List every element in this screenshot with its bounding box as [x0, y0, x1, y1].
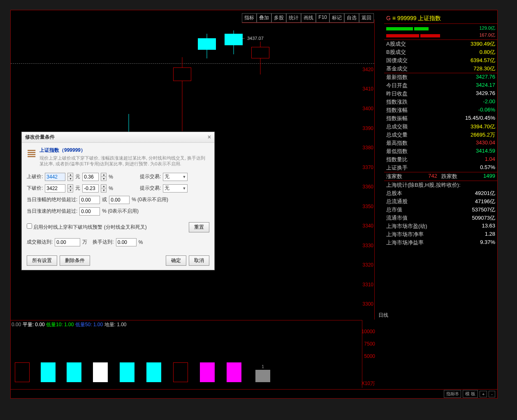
- vol-bar: [41, 362, 56, 382]
- fence-icon: 𝌆: [27, 147, 36, 160]
- spinner[interactable]: ▲▼: [67, 184, 73, 193]
- y-tick: 3340: [362, 223, 373, 229]
- hint-trade-label: 提示交易:: [140, 185, 161, 192]
- y-tick: 3330: [362, 243, 373, 248]
- unit-label: 万: [82, 239, 87, 246]
- turnover-input[interactable]: [116, 238, 137, 246]
- velocity-input[interactable]: [79, 207, 100, 216]
- upper-break-price-input[interactable]: [45, 173, 65, 181]
- volamt-input[interactable]: [55, 238, 80, 246]
- ok-button[interactable]: 确定: [166, 255, 186, 266]
- candle-4: [225, 30, 243, 54]
- velocity-label: 当日涨速的绝对值超过:: [27, 208, 77, 215]
- hint-trade-label: 提示交易:: [140, 173, 161, 180]
- dialog-subject: 上证指数（999999）: [39, 147, 209, 154]
- vol-tick: 7500: [364, 341, 375, 347]
- status-btn[interactable]: 模 板: [463, 390, 478, 398]
- y-tick: 3350: [362, 204, 373, 209]
- y-tick: 3390: [362, 125, 373, 131]
- quote-row: A股成交3390.49亿: [384, 40, 497, 48]
- amplitude2-input[interactable]: [109, 196, 130, 204]
- quote-row: 上海市场市盈(动)13.63: [384, 222, 497, 230]
- unit-label: 元: [75, 185, 80, 192]
- delete-condition-button[interactable]: 删除条件: [60, 255, 90, 266]
- quote-row: 指数涨幅-0.06%: [384, 106, 497, 114]
- candle-3: [198, 35, 216, 60]
- y-tick: 3410: [362, 86, 373, 92]
- note-label: % (0表示不启用): [102, 208, 139, 215]
- vol-tick: 5000: [364, 353, 375, 359]
- quote-row: 流通市值509073亿: [384, 214, 497, 222]
- candle-2: [173, 57, 191, 131]
- quote-row: 基金成交728.30亿: [384, 65, 497, 73]
- chevron-down-icon: ▼: [182, 186, 186, 190]
- quote-title: G ≡ 999999 上证指数: [384, 14, 497, 24]
- vol-bar: [227, 362, 241, 382]
- volamt-label: 成交额达到:: [27, 239, 53, 246]
- volume-chart[interactable]: 0.00 平量: 0.00 低量10: 1.00 低量50: 1.00 地量: …: [11, 320, 362, 388]
- quote-row: 上证换手0.57%: [384, 164, 497, 172]
- quote-row: 总成交量26695.2万: [384, 131, 497, 139]
- reset-button[interactable]: 重置: [189, 222, 209, 232]
- vol-unit: X10万: [362, 380, 375, 387]
- close-icon[interactable]: ×: [208, 134, 211, 141]
- upper-break-label: 上破价:: [27, 173, 43, 180]
- zoom-in-button[interactable]: +: [480, 391, 487, 397]
- vol-bar: [15, 362, 30, 382]
- pct-label: %: [139, 239, 143, 245]
- note-label: % (0表示不启用): [132, 196, 168, 203]
- quote-row: 总流通股47196亿: [384, 197, 497, 206]
- quote-row: 总成交额3394.70亿: [384, 123, 497, 131]
- quote-row: 指数涨跌-2.00: [384, 98, 497, 106]
- quote-panel: G ≡ 999999 上证指数 129.0亿 167.0亿 A股成交3390.4…: [384, 14, 497, 386]
- quote-row: 国债成交6394.57亿: [384, 56, 497, 65]
- y-tick: 3400: [362, 106, 373, 111]
- y-tick: 3320: [362, 262, 373, 268]
- or-label: 或: [102, 196, 107, 203]
- lower-break-pct-input[interactable]: [82, 184, 99, 193]
- vol-bar: [67, 362, 81, 382]
- zoom-out-button[interactable]: -: [489, 391, 495, 397]
- quote-row: 总市值537507亿: [384, 206, 497, 214]
- hint-trade-select[interactable]: 无▼: [163, 184, 188, 193]
- arrow-left-icon: ←: [241, 36, 246, 41]
- spinner[interactable]: ▲▼: [67, 173, 73, 181]
- dialog-titlebar[interactable]: 修改价量条件 ×: [22, 132, 214, 143]
- quote-row: 最低指数3414.59: [384, 147, 497, 155]
- stats-header: 上海统计(除B股,H股,按昨收价):: [384, 181, 497, 189]
- quote-row: 总股本49201亿: [384, 189, 497, 197]
- quote-row: 最新指数3427.76: [384, 73, 497, 81]
- spinner[interactable]: ▲▼: [101, 173, 107, 181]
- quote-row: 最高指数3430.04: [384, 139, 497, 147]
- ma-cross-label: 启用分时线上穿和下破均线预警 (分时线金叉和死叉): [33, 224, 146, 230]
- upper-break-pct-input[interactable]: [82, 173, 99, 181]
- spinner[interactable]: ▲▼: [101, 184, 107, 193]
- y-tick: 3310: [362, 282, 373, 288]
- chevron-down-icon: ▼: [182, 175, 186, 179]
- vol-bar: [120, 362, 134, 382]
- quote-row: 上海市场净益率9.37%: [384, 239, 497, 247]
- pct-label: %: [109, 174, 113, 180]
- vol-bar: [146, 362, 161, 382]
- amplitude1-input[interactable]: [79, 196, 100, 204]
- status-bar: 指标B 模 板 + -: [11, 389, 497, 398]
- y-tick: 3370: [362, 165, 373, 170]
- dialog-title: 修改价量条件: [25, 134, 55, 141]
- vol-bar: [93, 362, 108, 382]
- vol-bar: [200, 362, 215, 382]
- cancel-button[interactable]: 取消: [189, 255, 209, 266]
- dialog-desc: 现价上穿上破价或下穿下破价, 涨幅跌涨速超过某比率, 分时线和均线交叉, 换手达…: [39, 155, 209, 167]
- all-settings-button[interactable]: 所有设置: [27, 255, 57, 266]
- quote-row: 指数振幅15.45/0.45%: [384, 114, 497, 123]
- lower-break-label: 下破价:: [27, 185, 43, 192]
- quote-row: 昨日收盘3429.76: [384, 90, 497, 98]
- adv-decl-row: 涨家数 742 跌家数 1499: [384, 172, 497, 181]
- candle-5: [251, 46, 269, 74]
- status-btn[interactable]: 指标B: [444, 390, 461, 398]
- lower-break-price-input[interactable]: [45, 184, 65, 193]
- ma-cross-checkbox[interactable]: [27, 223, 32, 229]
- volume-legend: 0.00 平量: 0.00 低量10: 1.00 低量50: 1.00 地量: …: [12, 321, 127, 328]
- modify-condition-dialog: 修改价量条件 × 𝌆 上证指数（999999） 现价上穿上破价或下穿下破价, 涨…: [21, 132, 215, 270]
- hint-trade-select[interactable]: 无▼: [163, 173, 188, 181]
- buy-sell-bars: 129.0亿 167.0亿: [384, 24, 497, 40]
